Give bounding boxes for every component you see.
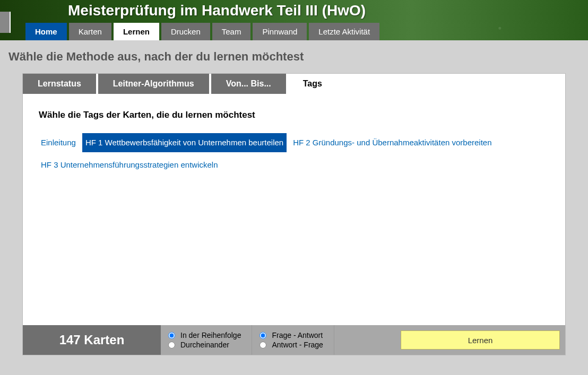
header: Meisterprüfung im Handwerk Teil III (HwO… xyxy=(0,0,588,40)
tab-tags[interactable]: Tags xyxy=(288,74,337,94)
main-panel: LernstatusLeitner-AlgorithmusVon... Bis.… xyxy=(22,73,566,355)
nav-item-home[interactable]: Home xyxy=(25,23,67,40)
option-row: Durcheinander xyxy=(168,341,241,349)
tab-leitner-algorithmus[interactable]: Leitner-Algorithmus xyxy=(98,74,209,94)
nav-item-drucken[interactable]: Drucken xyxy=(161,23,210,40)
radio-order-1[interactable] xyxy=(168,342,175,348)
tag-item[interactable]: HF 2 Gründungs- und Übernahmeaktivitäten… xyxy=(291,133,494,152)
learn-button-wrap: Lernen xyxy=(401,325,565,355)
instruction-text: Wähle die Tags der Karten, die du lernen… xyxy=(39,110,549,120)
nav-item-team[interactable]: Team xyxy=(212,23,251,40)
learn-button[interactable]: Lernen xyxy=(401,330,560,350)
tab-bar: LernstatusLeitner-AlgorithmusVon... Bis.… xyxy=(23,74,565,94)
radio-label[interactable]: Frage - Antwort xyxy=(272,331,323,339)
radio-order-0[interactable] xyxy=(168,332,175,339)
tab-content: Wähle die Tags der Karten, die du lernen… xyxy=(23,94,565,325)
page-title: Meisterprüfung im Handwerk Teil III (HwO… xyxy=(0,0,588,19)
tag-item[interactable]: HF 1 Wettbewerbsfähigkeit von Unternehme… xyxy=(82,133,287,152)
nav-item-lernen[interactable]: Lernen xyxy=(114,23,159,40)
nav-item-pinnwand[interactable]: Pinnwand xyxy=(253,23,307,40)
card-count: 147 Karten xyxy=(23,325,161,355)
option-row: Antwort - Frage xyxy=(260,341,323,349)
order-options: In der ReihenfolgeDurcheinander xyxy=(161,325,252,355)
tag-item[interactable]: Einleitung xyxy=(39,133,78,152)
option-row: In der Reihenfolge xyxy=(168,331,241,339)
logo-icon xyxy=(0,12,11,33)
subheader: Wähle die Methode aus, nach der du lerne… xyxy=(0,40,588,73)
footer-bar: 147 Karten In der ReihenfolgeDurcheinand… xyxy=(23,325,565,355)
tab-lernstatus[interactable]: Lernstatus xyxy=(23,74,96,94)
option-row: Frage - Antwort xyxy=(260,331,323,339)
radio-label[interactable]: Durcheinander xyxy=(180,341,229,349)
nav-item-karten[interactable]: Karten xyxy=(69,23,111,40)
radio-label[interactable]: In der Reihenfolge xyxy=(180,331,241,339)
navbar: HomeKartenLernenDruckenTeamPinnwandLetzt… xyxy=(25,23,379,40)
radio-dir-0[interactable] xyxy=(260,332,266,339)
nav-item-letzte-aktivität[interactable]: Letzte Aktivität xyxy=(309,23,379,40)
spacer xyxy=(334,325,401,355)
tag-list: EinleitungHF 1 Wettbewerbsfähigkeit von … xyxy=(39,133,549,174)
radio-label[interactable]: Antwort - Frage xyxy=(272,341,323,349)
tab-von-bis-[interactable]: Von... Bis... xyxy=(211,74,286,94)
direction-options: Frage - AntwortAntwort - Frage xyxy=(252,325,334,355)
radio-dir-1[interactable] xyxy=(260,342,266,348)
tag-item[interactable]: HF 3 Unternehmensführungsstrategien entw… xyxy=(39,155,220,175)
